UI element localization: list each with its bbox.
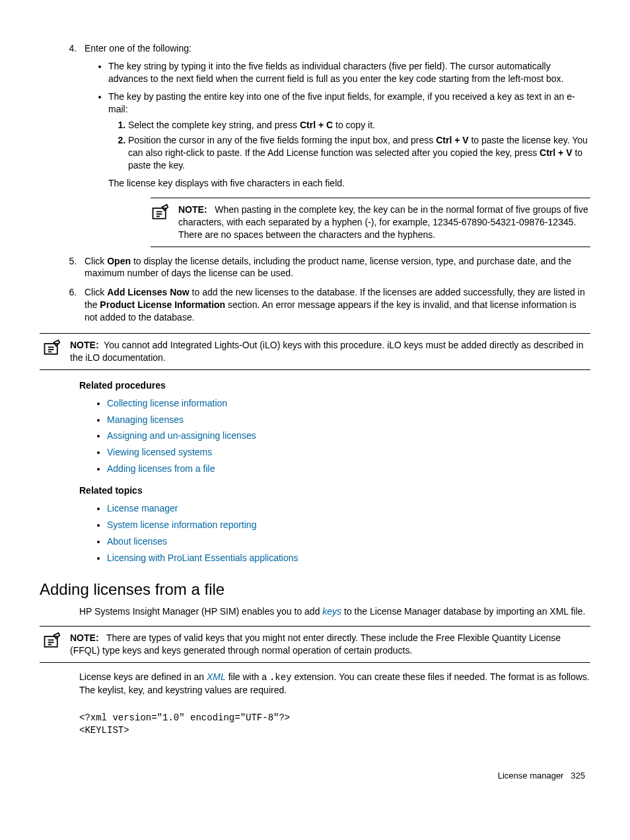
- link-item: Viewing licensed systems: [107, 446, 590, 459]
- step-4-sub-1: Select the complete key string, and pres…: [128, 119, 590, 132]
- link-collecting[interactable]: Collecting license information: [107, 398, 227, 408]
- link-item: Licensing with ProLiant Essentials appli…: [107, 552, 590, 564]
- link-license-manager[interactable]: License manager: [107, 503, 178, 514]
- link-item: Managing licenses: [107, 414, 590, 426]
- note-3: NOTE: There are types of valid keys that…: [70, 632, 590, 657]
- link-viewing[interactable]: Viewing licensed systems: [107, 447, 212, 457]
- step-5: Click Open to display the license detail…: [79, 255, 590, 280]
- related-topics-heading: Related topics: [79, 484, 590, 497]
- link-item: License manager: [107, 502, 590, 515]
- link-managing[interactable]: Managing licenses: [107, 414, 184, 425]
- link-item: System license information reporting: [107, 519, 590, 531]
- step-4-post-sub: The license key displays with five chara…: [108, 177, 590, 190]
- link-item: Adding licenses from a file: [107, 463, 590, 475]
- note-2: NOTE: You cannot add Integrated Lights-O…: [70, 339, 590, 364]
- link-item: Assigning and un-assigning licenses: [107, 430, 590, 442]
- intro-para: HP Systems Insight Manager (HP SIM) enab…: [79, 605, 590, 618]
- note-1: NOTE: When pasting in the complete key, …: [178, 204, 590, 241]
- step-4-bullet-1: The key string by typing it into the fiv…: [108, 60, 590, 85]
- link-keys[interactable]: keys: [322, 606, 341, 617]
- link-item: About licenses: [107, 535, 590, 548]
- link-adding-file[interactable]: Adding licenses from a file: [107, 463, 215, 474]
- link-sys-license-info[interactable]: System license information reporting: [107, 519, 256, 530]
- step-4-sub-2: Position the cursor in any of the five f…: [128, 134, 590, 172]
- step-4-bullet-2: The key by pasting the entire key into o…: [108, 91, 590, 190]
- note-icon: [42, 632, 61, 650]
- step-4: Enter one of the following: The key stri…: [79, 42, 590, 247]
- link-licensing-proliant[interactable]: Licensing with ProLiant Essentials appli…: [107, 553, 298, 563]
- page-footer: License manager 325: [40, 770, 590, 782]
- step-6: Click Add Licenses Now to add the new li…: [79, 286, 590, 324]
- section-heading: Adding licenses from a file: [40, 579, 590, 600]
- link-about-licenses[interactable]: About licenses: [107, 536, 167, 547]
- note-icon: [151, 204, 169, 222]
- link-xml[interactable]: XML: [207, 671, 226, 682]
- note-icon: [42, 339, 61, 358]
- related-procedures-list: Collecting license information Managing …: [79, 397, 590, 475]
- para-2: License keys are defined in an XML file …: [79, 671, 590, 697]
- xml-code-block: <?xml version="1.0" encoding="UTF-8"?> <…: [79, 712, 590, 737]
- link-item: Collecting license information: [107, 397, 590, 410]
- related-topics-list: License manager System license informati…: [79, 502, 590, 564]
- step-4-bullet-2-intro: The key by pasting the entire key into o…: [108, 91, 575, 114]
- step-4-intro: Enter one of the following:: [85, 43, 192, 54]
- related-procedures-heading: Related procedures: [79, 379, 590, 392]
- link-assigning[interactable]: Assigning and un-assigning licenses: [107, 430, 256, 441]
